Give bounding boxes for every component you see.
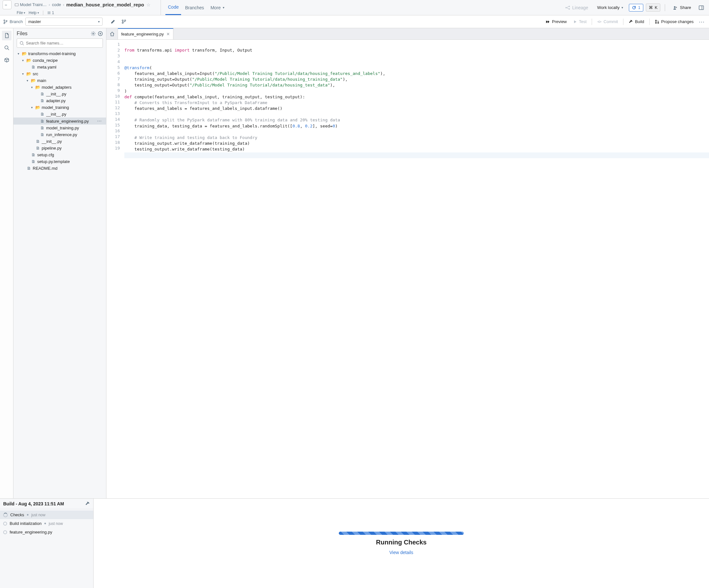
add-icon[interactable] (98, 31, 103, 36)
svg-point-20 (658, 22, 659, 23)
tree-file[interactable]: 🗎setup.cfg (14, 151, 106, 158)
tree-folder[interactable]: ▾📂conda_recipe (14, 57, 106, 64)
panel-toggle-button[interactable] (697, 3, 706, 12)
main: Files ▾📂transforms-model-training (0, 28, 709, 498)
file-icon: 🗎 (40, 112, 45, 117)
svg-point-11 (6, 20, 7, 22)
tree-file[interactable]: 🗎model_training.py (14, 124, 106, 131)
tree-file[interactable]: 🗎meta.yaml (14, 64, 106, 71)
tree-folder[interactable]: ▾📂model_training (14, 104, 106, 111)
progress-bar (339, 532, 464, 535)
build-status: Running Checks View details (94, 499, 709, 588)
check-item-init[interactable]: Build initialization • just now (0, 519, 93, 528)
status-title: Running Checks (376, 539, 427, 546)
svg-point-18 (655, 20, 657, 21)
people-icon (673, 5, 678, 10)
tree-folder[interactable]: ▾📂model_adapters (14, 84, 106, 91)
file-menu[interactable]: File▾ (16, 10, 27, 16)
tree-file[interactable]: 🗎setup.py.template (14, 158, 106, 165)
tab-branches[interactable]: Branches (182, 0, 206, 15)
status-circle-icon (3, 522, 7, 526)
rail-packages[interactable] (2, 55, 11, 65)
tree-file[interactable]: 🗎adapter.py (14, 97, 106, 104)
tree-folder-root[interactable]: ▾📂transforms-model-training (14, 50, 106, 57)
check-item-checks[interactable]: Checks • just now (0, 510, 93, 519)
line-gutter: 12345678910111213141516171819 (106, 40, 124, 498)
build-button[interactable]: Build (626, 18, 647, 25)
tree-file-selected[interactable]: 🗎feature_engineering.py⋯ (14, 117, 106, 124)
tab-code[interactable]: Code (165, 0, 181, 15)
preview-button[interactable]: Preview (543, 18, 569, 25)
tab-more[interactable]: More▾ (208, 0, 227, 15)
document-icon (4, 33, 9, 38)
editor-tab[interactable]: feature_engineering.py ✕ (118, 28, 174, 39)
folder-open-icon: 📂 (26, 72, 31, 76)
svg-point-4 (569, 8, 570, 9)
nav-tabs: Code Branches More▾ (161, 0, 227, 15)
home-tab[interactable] (106, 28, 118, 39)
view-details-link[interactable]: View details (389, 550, 413, 555)
svg-point-3 (569, 6, 570, 7)
refresh-button[interactable]: 1 (629, 4, 643, 11)
branch-action-button[interactable] (119, 17, 128, 26)
breadcrumb: ‹› Model Traini… › code › median_house_p… (3, 0, 161, 10)
file-icon: 🗎 (40, 132, 45, 137)
changes-indicator[interactable]: 1 (46, 10, 55, 16)
spinner-icon (3, 513, 8, 517)
code-editor[interactable]: 12345678910111213141516171819 from trans… (106, 40, 709, 498)
file-icon: 🗎 (40, 125, 45, 130)
more-menu[interactable]: ⋯ (698, 18, 706, 25)
file-search[interactable] (17, 38, 103, 48)
svg-line-22 (8, 49, 9, 50)
tree-file[interactable]: 🗎pipeline.py (14, 145, 106, 151)
commit-button[interactable]: Commit (595, 18, 621, 25)
tree-file[interactable]: 🗎run_inference.py (14, 131, 106, 138)
hammer-icon (629, 20, 633, 24)
svg-point-15 (598, 21, 600, 22)
star-icon[interactable]: ☆ (147, 2, 151, 7)
folder-open-icon: 📂 (31, 78, 36, 83)
help-menu[interactable]: Help▾ (27, 10, 41, 16)
check-item-file[interactable]: feature_engineering.py (0, 528, 93, 536)
rail-search[interactable] (2, 43, 11, 53)
svg-point-10 (4, 22, 5, 24)
tree-file[interactable]: 🗎__init__.py (14, 138, 106, 145)
tree-file[interactable]: 🗎__init__.py (14, 91, 106, 97)
branch-selector: Branch master▾ (0, 18, 106, 26)
close-icon[interactable]: ✕ (166, 32, 170, 36)
command-palette-button[interactable]: ⌘K (646, 3, 661, 11)
work-locally-button[interactable]: Work locally▾ (594, 4, 626, 11)
toolbar-mid (106, 17, 131, 26)
sidebar-title: Files (17, 31, 28, 36)
breadcrumb-project[interactable]: Model Traini… (15, 2, 47, 7)
tree-folder[interactable]: ▾📂main (14, 77, 106, 84)
branch-dropdown[interactable]: master▾ (25, 18, 103, 26)
edit-button[interactable] (108, 17, 117, 26)
hammer-icon[interactable] (85, 501, 90, 506)
play-icon (573, 20, 577, 24)
file-search-input[interactable] (26, 41, 100, 46)
tree-file[interactable]: 🗎__init__.py (14, 111, 106, 117)
share-button[interactable]: Share (669, 4, 694, 11)
build-panel: Build - Aug 4, 2023 11:51 AM Checks • ju… (0, 499, 94, 588)
pencil-icon (111, 19, 115, 24)
search-icon (20, 41, 24, 46)
git-branch-icon (122, 19, 126, 24)
code-content[interactable]: from transforms.api import transform, In… (124, 40, 709, 498)
file-icon: 🗎 (40, 119, 45, 123)
more-icon[interactable]: ⋯ (97, 118, 104, 123)
propose-changes-button[interactable]: Propose changes (652, 18, 696, 25)
svg-point-2 (566, 7, 567, 8)
rail-files[interactable] (2, 31, 11, 40)
tree-file[interactable]: 🗎README.md (14, 165, 106, 172)
svg-rect-7 (699, 6, 704, 9)
check-list: Checks • just now Build initialization •… (0, 509, 93, 538)
svg-point-9 (4, 20, 5, 21)
breadcrumb-folder[interactable]: code (52, 2, 61, 7)
folder-open-icon: 📂 (22, 51, 27, 56)
breadcrumb-repo[interactable]: median_house_price_model_repo (67, 2, 144, 7)
tree-folder[interactable]: ▾📂src (14, 71, 106, 77)
gear-icon[interactable] (91, 31, 96, 36)
svg-point-12 (122, 20, 123, 21)
test-button[interactable]: Test (571, 18, 589, 25)
